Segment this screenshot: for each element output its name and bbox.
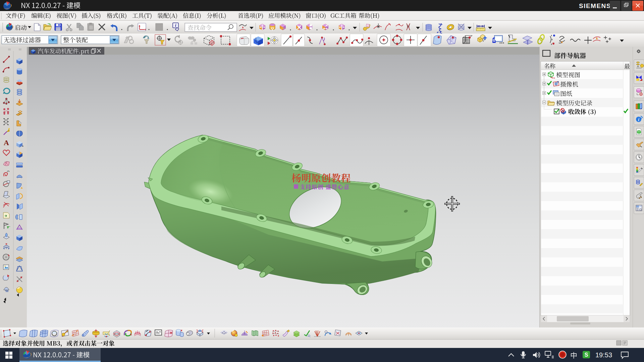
svg-text:A: A (4, 138, 9, 147)
svg-text:19:53: 19:53 (595, 351, 612, 359)
svg-text:SIEMENS: SIEMENS (579, 2, 611, 9)
svg-text:i: i (638, 117, 639, 122)
svg-text:S: S (585, 352, 588, 358)
svg-text:i: i (175, 23, 176, 28)
